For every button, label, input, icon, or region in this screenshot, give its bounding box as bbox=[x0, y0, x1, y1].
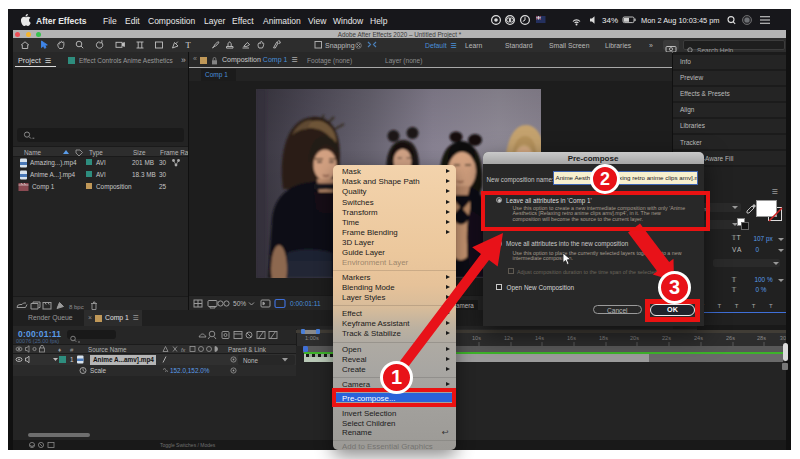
svg-text:34%: 34% bbox=[602, 16, 618, 25]
svg-text:8 bpc: 8 bpc bbox=[69, 304, 84, 310]
svg-text:10s: 10s bbox=[472, 335, 481, 341]
svg-text:♦: ♦ bbox=[58, 346, 61, 353]
svg-text:16s: 16s bbox=[567, 335, 576, 341]
svg-text:1:00s: 1:00s bbox=[305, 335, 319, 341]
svg-text:Source Name: Source Name bbox=[88, 346, 127, 353]
svg-text:20s: 20s bbox=[630, 335, 639, 341]
svg-text:50%: 50% bbox=[233, 300, 246, 307]
svg-text:Snapping: Snapping bbox=[325, 42, 355, 50]
svg-text:0:00:01:11: 0:00:01:11 bbox=[290, 300, 321, 307]
svg-text:28s: 28s bbox=[757, 335, 766, 341]
svg-text:30: 30 bbox=[780, 335, 786, 341]
svg-text:Parent & Link: Parent & Link bbox=[228, 346, 267, 353]
svg-text:14s: 14s bbox=[535, 335, 544, 341]
svg-text:1: 1 bbox=[70, 356, 74, 363]
svg-text:22s: 22s bbox=[662, 335, 671, 341]
svg-text:T: T bbox=[186, 40, 192, 50]
svg-text:18s: 18s bbox=[599, 335, 608, 341]
svg-text:fx: fx bbox=[181, 347, 186, 353]
svg-text:Scale: Scale bbox=[90, 367, 106, 374]
svg-text:12s: 12s bbox=[504, 335, 513, 341]
svg-text:24s: 24s bbox=[694, 335, 703, 341]
svg-text:26s: 26s bbox=[726, 335, 735, 341]
svg-text:Mon 2 Aug 10:03:45 pm: Mon 2 Aug 10:03:45 pm bbox=[641, 16, 719, 25]
svg-text:#: # bbox=[70, 347, 74, 353]
svg-text:152.0,152.0%: 152.0,152.0% bbox=[170, 367, 210, 374]
